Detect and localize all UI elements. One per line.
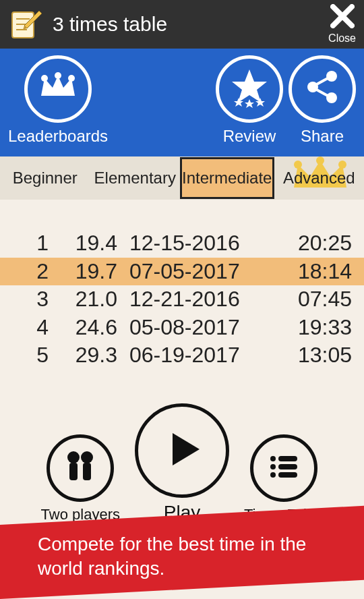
svg-point-8 xyxy=(41,75,48,82)
review-button[interactable]: Review xyxy=(216,55,283,146)
two-players-button[interactable]: Two players xyxy=(41,434,120,523)
score-value: 19.7 xyxy=(65,258,129,286)
tab-beginner[interactable]: Beginner xyxy=(0,159,90,197)
svg-point-32 xyxy=(270,472,276,478)
svg-point-10 xyxy=(68,75,75,82)
svg-point-30 xyxy=(270,464,276,469)
svg-line-19 xyxy=(315,89,329,96)
score-time: 18:14 xyxy=(271,258,352,286)
svg-point-9 xyxy=(55,72,61,79)
svg-point-15 xyxy=(326,71,337,82)
play-button[interactable]: Play xyxy=(135,403,229,523)
svg-rect-33 xyxy=(278,472,297,478)
banner-text: Compete for the best time in the world r… xyxy=(38,532,346,581)
score-row: 424.605-08-201719:33 xyxy=(0,314,364,342)
svg-rect-31 xyxy=(278,464,297,469)
score-value: 21.0 xyxy=(65,285,129,314)
close-button[interactable]: Close xyxy=(328,4,356,45)
page-title: 3 times table xyxy=(53,13,328,36)
svg-rect-24 xyxy=(69,463,78,480)
difficulty-tabs: Beginner Elementary Intermediate Advance… xyxy=(0,156,364,200)
score-row: 219.707-05-201718:14 xyxy=(0,258,364,286)
svg-marker-27 xyxy=(173,433,200,465)
score-date: 12-15-2016 xyxy=(129,229,271,258)
share-label: Share xyxy=(301,127,344,146)
score-rank: 1 xyxy=(0,229,65,258)
score-row: 529.306-19-201713:05 xyxy=(0,341,364,370)
score-date: 06-19-2017 xyxy=(129,341,271,370)
score-time: 19:33 xyxy=(271,314,352,342)
score-row: 321.012-21-201607:45 xyxy=(0,285,364,314)
share-button[interactable]: Share xyxy=(289,55,356,146)
notepad-icon xyxy=(8,7,43,42)
close-icon xyxy=(330,4,355,31)
tab-intermediate[interactable]: Intermediate xyxy=(180,157,274,199)
play-icon xyxy=(155,422,209,479)
score-date: 07-05-2017 xyxy=(129,258,271,286)
svg-rect-26 xyxy=(83,463,91,480)
score-date: 05-08-2017 xyxy=(129,314,271,342)
close-label: Close xyxy=(328,32,356,45)
leaderboards-button[interactable]: Leaderboards xyxy=(8,55,108,146)
svg-rect-29 xyxy=(278,456,297,461)
score-time: 13:05 xyxy=(271,341,352,370)
score-value: 19.4 xyxy=(65,229,129,258)
score-time: 07:45 xyxy=(271,285,352,314)
review-label: Review xyxy=(223,127,276,146)
review-star-icon xyxy=(228,65,271,113)
score-rank: 3 xyxy=(0,285,65,314)
tab-advanced[interactable]: Advanced xyxy=(274,159,365,197)
share-icon xyxy=(302,67,342,111)
svg-point-28 xyxy=(270,456,276,461)
svg-point-17 xyxy=(326,92,337,103)
score-value: 24.6 xyxy=(65,314,129,342)
svg-point-25 xyxy=(81,451,93,463)
leaderboards-label: Leaderboards xyxy=(8,127,108,146)
tab-elementary[interactable]: Elementary xyxy=(90,159,181,197)
score-rank: 2 xyxy=(0,258,65,286)
scores-table: 119.412-15-201620:25219.707-05-201718:14… xyxy=(0,229,364,370)
crown-icon xyxy=(38,70,78,108)
score-row: 119.412-15-201620:25 xyxy=(0,229,364,258)
score-value: 29.3 xyxy=(65,341,129,370)
score-rank: 4 xyxy=(0,314,65,342)
svg-marker-13 xyxy=(245,99,254,108)
svg-line-18 xyxy=(315,78,329,85)
score-date: 12-21-2016 xyxy=(129,285,271,314)
list-icon xyxy=(264,447,304,490)
svg-marker-11 xyxy=(232,69,267,103)
two-players-icon xyxy=(60,447,100,490)
svg-point-23 xyxy=(67,451,80,463)
score-rank: 5 xyxy=(0,341,65,370)
score-time: 20:25 xyxy=(271,229,352,258)
